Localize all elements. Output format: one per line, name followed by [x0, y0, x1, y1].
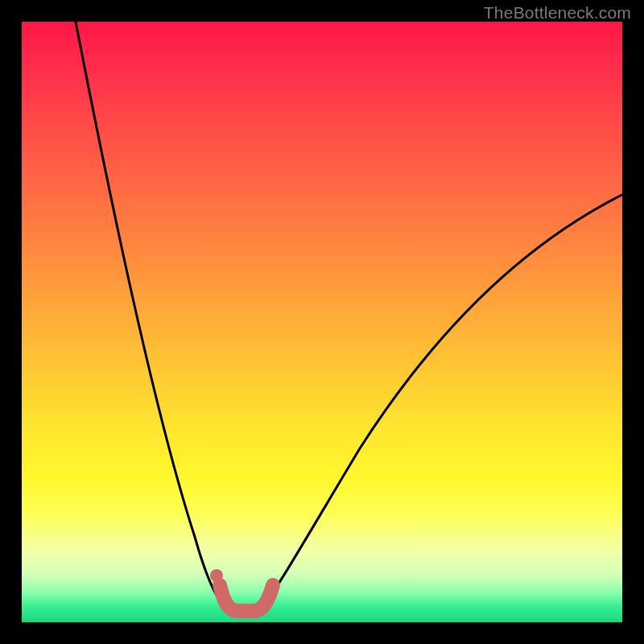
bottom-highlight-u [220, 585, 273, 611]
watermark-text: TheBottleneck.com [484, 3, 631, 23]
plot-area [22, 22, 622, 622]
right-curve [263, 191, 622, 606]
highlight-dot [210, 569, 223, 582]
chart-frame: TheBottleneck.com [0, 0, 644, 644]
bottleneck-curves [22, 22, 622, 622]
left-curve [74, 22, 225, 606]
